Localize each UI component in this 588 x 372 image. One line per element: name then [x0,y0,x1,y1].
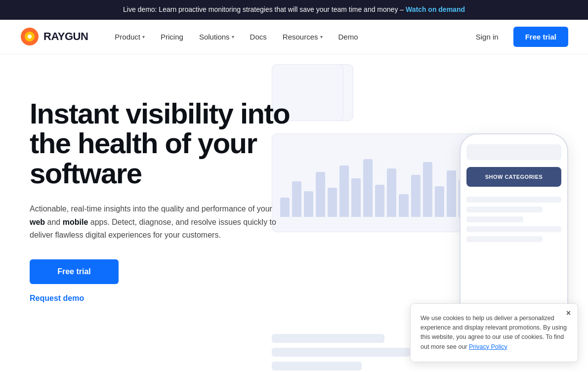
hero-request-demo-link[interactable]: Request demo [30,292,306,305]
hero-mobile-bold: mobile [63,218,88,226]
logo-icon [20,27,40,46]
chart-bar [447,170,456,217]
hero-description: Actionable, real-time insights into the … [30,203,287,242]
product-chevron-icon: ▾ [142,34,145,40]
chart-bar [423,162,432,217]
chart-bar [435,186,444,217]
chart-bar [506,167,515,217]
hero-free-trial-button[interactable]: Free trial [30,259,119,284]
hero-web-bold: web [30,218,45,226]
announcement-link[interactable]: Watch on demand [406,5,465,13]
hero-cta: Free trial Request demo [30,259,306,305]
logo-text: RAYGUN [43,30,88,43]
cookie-close-button[interactable]: × [566,309,571,318]
sign-in-button[interactable]: Sign in [469,29,505,45]
phone-list-item [466,207,543,212]
chart-bar [387,168,396,217]
phone-list-item [466,236,543,242]
chart-bar [494,173,504,217]
resources-chevron-icon: ▾ [320,34,323,40]
chart-bar [459,180,468,217]
solutions-chevron-icon: ▾ [232,34,234,40]
announcement-bar: Live demo: Learn proactive monitoring st… [0,0,588,20]
navigation: RAYGUN Product ▾ Pricing Solutions ▾ Doc… [0,20,588,54]
nav-free-trial-button[interactable]: Free trial [513,27,568,47]
logo[interactable]: RAYGUN [20,27,88,46]
phone-list-rows [466,197,561,242]
nav-resources[interactable]: Resources ▾ [276,29,330,45]
cookie-text: We use cookies to help us deliver a pers… [420,314,568,352]
nav-demo[interactable]: Demo [332,29,365,45]
chart-bar [339,165,349,217]
bottom-row-2 [272,348,410,357]
privacy-policy-link[interactable]: Privacy Policy [469,343,507,350]
chart-bar [399,194,408,217]
nav-pricing[interactable]: Pricing [154,29,190,45]
chart-bar [411,175,420,217]
nav-docs[interactable]: Docs [243,29,274,45]
phone-list-item [466,226,561,232]
chart-bar [470,156,480,217]
nav-product[interactable]: Product ▾ [108,29,152,45]
phone-list-item [466,197,561,203]
chart-bar [363,159,373,217]
bottom-row-3 [272,362,362,371]
chart-bar [375,185,384,217]
svg-point-2 [28,35,32,39]
dashboard-chart [272,133,524,232]
nav-links: Product ▾ Pricing Solutions ▾ Docs Resou… [108,29,468,45]
chart-bar [328,188,337,217]
bottom-row-1 [272,334,384,343]
cookie-banner: × We use cookies to help us deliver a pe… [410,303,578,363]
chart-bar [482,190,492,217]
nav-solutions[interactable]: Solutions ▾ [192,29,241,45]
hero-title: Instant visibility into the health of yo… [30,99,306,189]
chart-bar [316,172,325,217]
nav-right: Sign in Free trial [469,27,568,47]
phone-show-categories-button: SHOW CATEGORIES [466,167,561,187]
announcement-text: Live demo: Learn proactive monitoring st… [123,5,404,13]
chart-bar [351,178,361,217]
phone-input-element [466,144,561,160]
hero-content: Instant visibility into the health of yo… [30,84,306,305]
phone-list-item [466,216,523,222]
